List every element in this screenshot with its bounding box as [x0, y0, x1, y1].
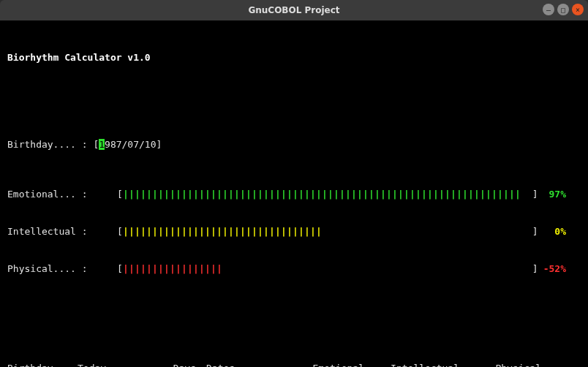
window-controls: – □ × — [543, 4, 584, 15]
table-header: Birthday Today Days Dates Emotional Inte… — [7, 362, 581, 367]
app-title: Biorhythm Calculator v1.0 — [7, 51, 581, 64]
maximize-icon[interactable]: □ — [557, 4, 569, 15]
cursor-icon: 1 — [99, 139, 105, 150]
intellectual-bar: Intellectual : [||||||||||||||||||||||||… — [7, 225, 581, 238]
birthday-label: Birthday.... : — [7, 139, 93, 150]
birthday-input-row[interactable]: Birthday.... : [1987/07/10] — [7, 138, 581, 151]
physical-bar: Physical.... : [||||||||||||||||| ] -52% — [7, 262, 581, 275]
window-title: GnuCOBOL Project — [248, 5, 339, 15]
terminal: Biorhythm Calculator v1.0 Birthday.... :… — [0, 20, 588, 367]
emotional-bar: Emotional... : [||||||||||||||||||||||||… — [7, 188, 581, 200]
minimize-icon[interactable]: – — [543, 4, 554, 15]
window-titlebar: GnuCOBOL Project – □ × — [0, 0, 588, 20]
close-icon[interactable]: × — [572, 4, 584, 15]
